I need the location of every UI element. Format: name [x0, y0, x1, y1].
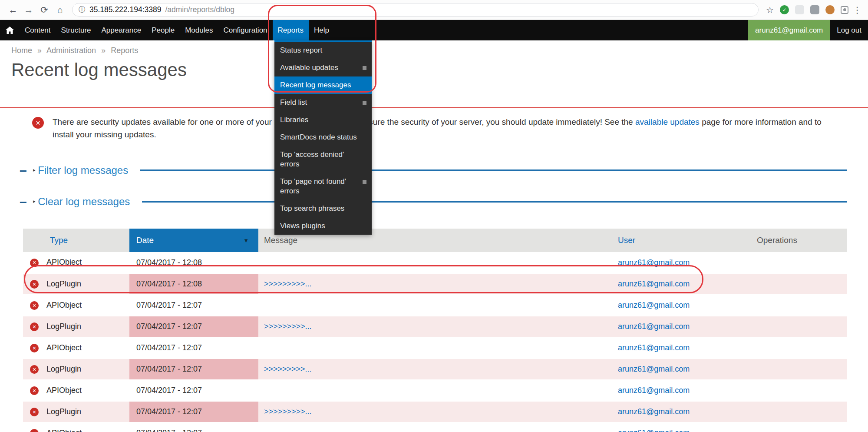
- log-type: APIObject: [46, 343, 82, 352]
- extension-capture-icon[interactable]: [841, 6, 848, 14]
- log-type: APIObject: [46, 301, 82, 309]
- toolbar-item-reports[interactable]: Reports: [273, 20, 309, 40]
- table-row: ✕APIObject 07/04/2017 - 12:07 arunz61@gm…: [23, 337, 847, 359]
- error-icon: ✕: [30, 322, 39, 331]
- log-date: 07/04/2017 - 12:07: [129, 359, 258, 380]
- error-icon: ✕: [32, 117, 44, 129]
- collapse-dash-icon: –: [20, 166, 27, 174]
- browser-home-icon[interactable]: ⌂: [52, 5, 68, 15]
- table-row: ✕APIObject 07/04/2017 - 12:07 arunz61@gm…: [23, 422, 847, 432]
- log-type: APIObject: [46, 258, 82, 266]
- logout-button[interactable]: Log out: [830, 20, 868, 40]
- log-operations: [740, 252, 847, 273]
- table-row: ✕APIObject 07/04/2017 - 12:07 arunz61@gm…: [23, 380, 847, 401]
- fieldset-label: Filter log messages: [38, 164, 128, 176]
- forward-icon[interactable]: →: [21, 5, 36, 15]
- menu-item-smartdocs-node-status[interactable]: SmartDocs node status: [274, 129, 372, 146]
- user-link[interactable]: arunz61@gmail.com: [618, 322, 690, 331]
- menu-item-label: Field list: [280, 98, 307, 106]
- menu-item-top-page-not-found[interactable]: Top 'page not found' errors: [274, 173, 372, 200]
- toolbar-item-configuration[interactable]: Configuration: [218, 20, 272, 40]
- error-icon: ✕: [30, 259, 39, 267]
- breadcrumb-separator-icon: »: [101, 46, 106, 55]
- log-type: LogPlugin: [46, 279, 81, 288]
- error-icon: ✕: [30, 408, 39, 416]
- menu-item-top-search-phrases[interactable]: Top search phrases: [274, 200, 372, 217]
- menu-item-status-report[interactable]: Status report: [274, 42, 372, 59]
- user-link[interactable]: arunz61@gmail.com: [618, 279, 690, 288]
- available-updates-link[interactable]: available updates: [635, 117, 700, 126]
- toolbar-item-help[interactable]: Help: [309, 20, 334, 40]
- log-operations: [740, 337, 847, 359]
- sort-user-link[interactable]: User: [618, 236, 635, 245]
- log-date: 07/04/2017 - 12:07: [129, 401, 258, 422]
- table-row: ✕LogPlugin 07/04/2017 - 12:07 >>>>>>>>>.…: [23, 401, 847, 422]
- log-date: 07/04/2017 - 12:07: [129, 380, 258, 401]
- table-row: ✕APIObject 07/04/2017 - 12:08 arunz61@gm…: [23, 252, 847, 273]
- browser-menu-icon[interactable]: ⋮: [851, 5, 863, 15]
- error-icon: ✕: [30, 365, 39, 374]
- account-button[interactable]: arunz61@gmail.com: [748, 20, 830, 40]
- log-message-link[interactable]: >>>>>>>>>...: [264, 365, 312, 373]
- header-message: Message: [264, 236, 297, 245]
- log-message-link[interactable]: >>>>>>>>>...: [264, 407, 312, 416]
- menu-item-available-updates[interactable]: Available updates: [274, 59, 372, 76]
- clear-fieldset-toggle[interactable]: – ‣ Clear log messages: [20, 196, 847, 208]
- user-link[interactable]: arunz61@gmail.com: [618, 365, 690, 373]
- user-link[interactable]: arunz61@gmail.com: [618, 343, 690, 352]
- user-link[interactable]: arunz61@gmail.com: [618, 258, 690, 267]
- menu-item-libraries[interactable]: Libraries: [274, 111, 372, 129]
- extension-dim-icon[interactable]: [795, 5, 804, 14]
- toolbar-item-content[interactable]: Content: [20, 20, 56, 40]
- table-row: ✕LogPlugin 07/04/2017 - 12:07 >>>>>>>>>.…: [23, 359, 847, 380]
- menu-item-label: Top 'page not found' errors: [280, 177, 346, 195]
- breadcrumb-reports[interactable]: Reports: [111, 46, 138, 55]
- reload-icon[interactable]: ⟳: [36, 5, 52, 15]
- menu-item-field-list[interactable]: Field list: [274, 94, 372, 111]
- user-link[interactable]: arunz61@gmail.com: [618, 429, 690, 432]
- extension-orange-icon[interactable]: [825, 5, 835, 14]
- sort-date-link[interactable]: Date: [136, 236, 154, 245]
- url-bar[interactable]: ⓘ 35.185.222.194:3389 /admin/reports/dbl…: [72, 3, 759, 17]
- info-icon[interactable]: ⓘ: [79, 5, 86, 14]
- menu-item-top-access-denied[interactable]: Top 'access denied' errors: [274, 146, 372, 173]
- log-type: LogPlugin: [46, 365, 81, 373]
- extension-check-icon[interactable]: ✓: [780, 5, 789, 14]
- log-operations: [740, 295, 847, 316]
- user-link[interactable]: arunz61@gmail.com: [618, 407, 690, 416]
- collapsed-arrow-icon: ‣: [32, 198, 36, 206]
- log-date: 07/04/2017 - 12:07: [129, 337, 258, 359]
- toolbar-item-modules[interactable]: Modules: [180, 20, 218, 40]
- table-header-row: Type Date ▼ Message User Operations: [23, 229, 847, 252]
- extension-gray-icon[interactable]: [810, 5, 819, 14]
- url-path: /admin/reports/dblog: [165, 5, 234, 14]
- toolbar-item-structure[interactable]: Structure: [56, 20, 96, 40]
- filter-fieldset-toggle[interactable]: – ‣ Filter log messages: [20, 164, 847, 176]
- user-link[interactable]: arunz61@gmail.com: [618, 301, 690, 309]
- collapsed-arrow-icon: ‣: [32, 166, 36, 175]
- log-operations: [740, 316, 847, 337]
- admin-home-icon[interactable]: [0, 20, 20, 40]
- breadcrumb-separator-icon: »: [37, 46, 42, 55]
- menu-item-recent-log-messages[interactable]: Recent log messages: [274, 76, 372, 94]
- menu-item-views-plugins[interactable]: Views plugins: [274, 217, 372, 235]
- user-link[interactable]: arunz61@gmail.com: [618, 386, 690, 395]
- log-messages-table: Type Date ▼ Message User Operations ✕API…: [23, 229, 847, 432]
- fieldset-divider-line: [140, 169, 847, 171]
- page-title: Recent log messages: [11, 60, 868, 80]
- back-icon[interactable]: ←: [5, 5, 21, 15]
- submenu-badge-icon: [363, 180, 366, 184]
- error-icon: ✕: [30, 429, 39, 432]
- breadcrumb-home[interactable]: Home: [11, 46, 32, 55]
- log-message-link[interactable]: >>>>>>>>>...: [264, 322, 312, 331]
- bookmark-star-icon[interactable]: ☆: [763, 5, 777, 15]
- log-date: 07/04/2017 - 12:08: [129, 252, 258, 273]
- url-host: 35.185.222.194:3389: [89, 5, 161, 14]
- error-message: ✕ There are security updates available f…: [0, 107, 868, 151]
- log-message-link[interactable]: >>>>>>>>>...: [264, 279, 312, 288]
- sort-type-link[interactable]: Type: [50, 236, 68, 245]
- toolbar-item-people[interactable]: People: [146, 20, 180, 40]
- breadcrumb-administration[interactable]: Administration: [46, 46, 96, 55]
- toolbar-item-appearance[interactable]: Appearance: [96, 20, 147, 40]
- error-icon: ✕: [30, 386, 39, 395]
